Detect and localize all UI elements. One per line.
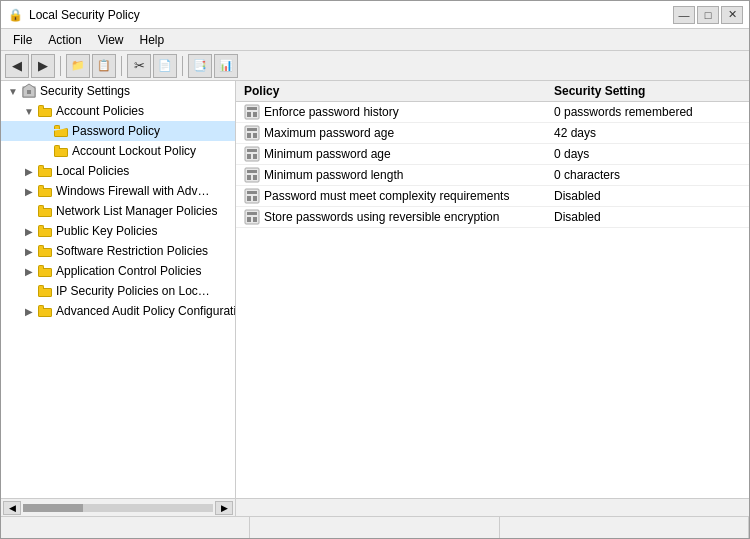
- svg-rect-9: [247, 133, 251, 138]
- policy-setting-cell: Disabled: [546, 186, 749, 207]
- tree-item-software-restriction[interactable]: ▶ Software Restriction Policies: [1, 241, 235, 261]
- tree-item-password-policy[interactable]: Password Policy: [1, 121, 235, 141]
- toolbar-separator-2: [121, 56, 122, 76]
- table-row[interactable]: Store passwords using reversible encrypt…: [236, 207, 749, 228]
- svg-rect-25: [247, 217, 251, 222]
- advanced-audit-icon: [37, 303, 53, 319]
- folder-up-button[interactable]: 📁: [66, 54, 90, 78]
- table-row[interactable]: Enforce password history 0 passwords rem…: [236, 102, 749, 123]
- table-row[interactable]: Password must meet complexity requiremen…: [236, 186, 749, 207]
- expand-icon-advanced-audit: ▶: [21, 306, 37, 317]
- forward-button[interactable]: ▶: [31, 54, 55, 78]
- main-window: 🔒 Local Security Policy — □ ✕ File Actio…: [0, 0, 750, 539]
- windows-firewall-label: Windows Firewall with Advanced Secu...: [56, 182, 216, 200]
- svg-rect-12: [247, 149, 257, 152]
- copy-button[interactable]: 📄: [153, 54, 177, 78]
- account-policies-icon: [37, 103, 53, 119]
- back-button[interactable]: ◀: [5, 54, 29, 78]
- policy-setting-cell: 42 days: [546, 123, 749, 144]
- policy-setting-cell: 0 passwords remembered: [546, 102, 749, 123]
- svg-rect-14: [253, 154, 257, 159]
- local-policies-label: Local Policies: [56, 162, 129, 180]
- public-key-icon: [37, 223, 53, 239]
- menu-view[interactable]: View: [90, 31, 132, 49]
- table-row[interactable]: Minimum password length 0 characters: [236, 165, 749, 186]
- policy-name-cell: Maximum password age: [236, 123, 546, 144]
- menu-action[interactable]: Action: [40, 31, 89, 49]
- scroll-thumb-h[interactable]: [23, 504, 83, 512]
- tree-item-application-control[interactable]: ▶ Application Control Policies: [1, 261, 235, 281]
- svg-rect-10: [253, 133, 257, 138]
- menu-bar: File Action View Help: [1, 29, 749, 51]
- close-button[interactable]: ✕: [721, 6, 743, 24]
- expand-icon-application-control: ▶: [21, 266, 37, 277]
- password-policy-label: Password Policy: [72, 122, 160, 140]
- policy-name-cell: Store passwords using reversible encrypt…: [236, 207, 546, 228]
- expand-icon-security: ▼: [5, 86, 21, 97]
- expand-icon-local-policies: ▶: [21, 166, 37, 177]
- policy-setting-cell: Disabled: [546, 207, 749, 228]
- left-panel: ▼ Security Settings ▼: [1, 81, 236, 498]
- properties-button-2[interactable]: 📊: [214, 54, 238, 78]
- tree-item-advanced-audit[interactable]: ▶ Advanced Audit Policy Configuration: [1, 301, 235, 321]
- account-policies-label: Account Policies: [56, 102, 144, 120]
- maximize-button[interactable]: □: [697, 6, 719, 24]
- software-restriction-label: Software Restriction Policies: [56, 242, 208, 260]
- toolbar-separator-3: [182, 56, 183, 76]
- status-seg-3: [500, 517, 749, 538]
- title-bar: 🔒 Local Security Policy — □ ✕: [1, 1, 749, 29]
- software-restriction-icon: [37, 243, 53, 259]
- table-row[interactable]: Minimum password age 0 days: [236, 144, 749, 165]
- tree-item-security-settings[interactable]: ▼ Security Settings: [1, 81, 235, 101]
- network-list-label: Network List Manager Policies: [56, 202, 217, 220]
- right-panel: Policy Security Setting Enforce password…: [236, 81, 749, 498]
- svg-rect-16: [247, 170, 257, 173]
- password-policy-icon: [53, 123, 69, 139]
- scroll-right-button[interactable]: ▶: [215, 501, 233, 515]
- table-row[interactable]: Maximum password age 42 days: [236, 123, 749, 144]
- scroll-track-h[interactable]: [23, 504, 213, 512]
- svg-rect-8: [247, 128, 257, 131]
- status-bar: [1, 516, 749, 538]
- windows-firewall-icon: [37, 183, 53, 199]
- clipboard-button[interactable]: 📋: [92, 54, 116, 78]
- bottom-scrollbar-area: ◀ ▶: [1, 498, 749, 516]
- ip-security-label: IP Security Policies on Local Compute...: [56, 282, 211, 300]
- svg-rect-2: [27, 90, 31, 94]
- svg-rect-17: [247, 175, 251, 180]
- window-controls: — □ ✕: [673, 6, 743, 24]
- svg-rect-4: [247, 107, 257, 110]
- scroll-left-button[interactable]: ◀: [3, 501, 21, 515]
- menu-file[interactable]: File: [5, 31, 40, 49]
- window-icon: 🔒: [7, 7, 23, 23]
- policy-setting-cell: 0 characters: [546, 165, 749, 186]
- policy-setting-cell: 0 days: [546, 144, 749, 165]
- tree-item-public-key[interactable]: ▶ Public Key Policies: [1, 221, 235, 241]
- tree-item-account-policies[interactable]: ▼ Account Policies: [1, 101, 235, 121]
- svg-rect-21: [247, 196, 251, 201]
- minimize-button[interactable]: —: [673, 6, 695, 24]
- policy-name-cell: Minimum password length: [236, 165, 546, 186]
- cut-button[interactable]: ✂: [127, 54, 151, 78]
- policy-name-cell: Enforce password history: [236, 102, 546, 123]
- tree-item-local-policies[interactable]: ▶ Local Policies: [1, 161, 235, 181]
- status-seg-2: [250, 517, 499, 538]
- expand-icon-public-key: ▶: [21, 226, 37, 237]
- svg-rect-13: [247, 154, 251, 159]
- toolbar: ◀ ▶ 📁 📋 ✂ 📄 📑 📊: [1, 51, 749, 81]
- toolbar-separator-1: [60, 56, 61, 76]
- tree-item-ip-security[interactable]: IP Security Policies on Local Compute...: [1, 281, 235, 301]
- window-title: Local Security Policy: [29, 8, 673, 22]
- local-policies-icon: [37, 163, 53, 179]
- left-scrollbar[interactable]: ◀ ▶: [1, 499, 236, 516]
- policy-name-cell: Password must meet complexity requiremen…: [236, 186, 546, 207]
- network-list-icon: [37, 203, 53, 219]
- public-key-label: Public Key Policies: [56, 222, 157, 240]
- advanced-audit-label: Advanced Audit Policy Configuration: [56, 302, 236, 320]
- tree-item-account-lockout[interactable]: Account Lockout Policy: [1, 141, 235, 161]
- menu-help[interactable]: Help: [132, 31, 173, 49]
- tree-item-windows-firewall[interactable]: ▶ Windows Firewall with Advanced Secu...: [1, 181, 235, 201]
- svg-rect-24: [247, 212, 257, 215]
- tree-item-network-list[interactable]: Network List Manager Policies: [1, 201, 235, 221]
- properties-button-1[interactable]: 📑: [188, 54, 212, 78]
